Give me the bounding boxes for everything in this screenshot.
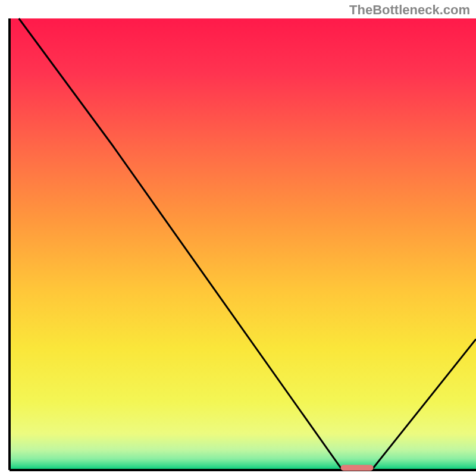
watermark-text: TheBottleneck.com xyxy=(349,2,470,18)
chart-svg xyxy=(0,0,476,476)
plot-background xyxy=(10,18,476,470)
optimal-marker xyxy=(341,465,374,471)
bottleneck-chart: TheBottleneck.com xyxy=(0,0,476,476)
